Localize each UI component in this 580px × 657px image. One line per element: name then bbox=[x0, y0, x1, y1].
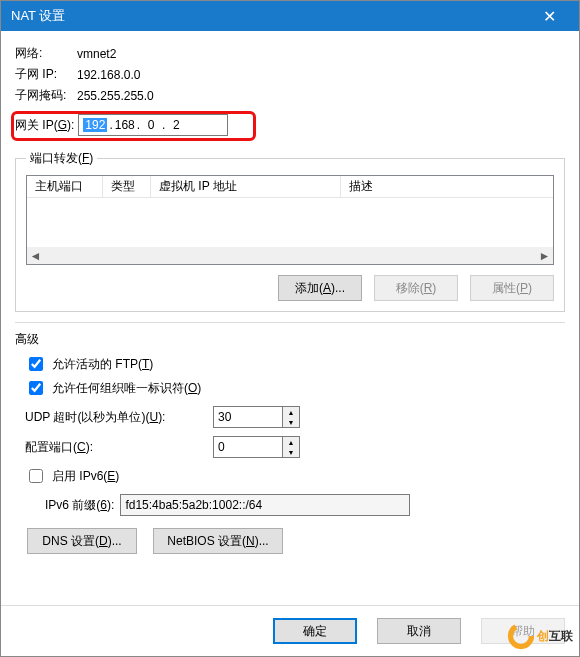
config-port-label: 配置端口(C): bbox=[25, 439, 205, 456]
list-header: 主机端口 类型 虚拟机 IP 地址 描述 bbox=[27, 176, 553, 198]
ipv6-prefix-input bbox=[120, 494, 410, 516]
subnet-mask-row: 子网掩码: 255.255.255.0 bbox=[15, 87, 565, 104]
ipv6-prefix-row: IPv6 前缀(6): bbox=[45, 494, 565, 516]
port-forward-group: 端口转发(F) 主机端口 类型 虚拟机 IP 地址 描述 ◄ ► 添加(A)..… bbox=[15, 150, 565, 312]
gateway-ip-input[interactable]: 192 . 168 . 0 . 2 bbox=[78, 114, 228, 136]
dialog-footer: 确定 取消 帮助 bbox=[1, 605, 579, 656]
org-check[interactable] bbox=[29, 381, 43, 395]
col-type[interactable]: 类型 bbox=[103, 176, 151, 197]
remove-button: 移除(R) bbox=[374, 275, 458, 301]
port-forward-legend: 端口转发(F) bbox=[26, 150, 97, 167]
subnet-mask-label: 子网掩码: bbox=[15, 87, 77, 104]
subnet-ip-row: 子网 IP: 192.168.0.0 bbox=[15, 66, 565, 83]
scroll-left-icon[interactable]: ◄ bbox=[27, 247, 44, 264]
window-title: NAT 设置 bbox=[11, 7, 529, 25]
gateway-row: 网关 IP(G): 192 . 168 . 0 . 2 bbox=[15, 114, 565, 136]
ipv6-check[interactable] bbox=[29, 469, 43, 483]
ipv6-prefix-label: IPv6 前缀(6): bbox=[45, 497, 114, 514]
titlebar: NAT 设置 ✕ bbox=[1, 1, 579, 31]
udp-timeout-input[interactable] bbox=[213, 406, 283, 428]
add-button[interactable]: 添加(A)... bbox=[278, 275, 362, 301]
port-forward-list[interactable]: 主机端口 类型 虚拟机 IP 地址 描述 ◄ ► bbox=[26, 175, 554, 265]
help-button[interactable]: 帮助 bbox=[481, 618, 565, 644]
cancel-button[interactable]: 取消 bbox=[377, 618, 461, 644]
col-host-port[interactable]: 主机端口 bbox=[27, 176, 103, 197]
close-icon[interactable]: ✕ bbox=[529, 7, 569, 26]
advanced-title: 高级 bbox=[15, 331, 565, 348]
network-value: vmnet2 bbox=[77, 47, 116, 61]
udp-timeout-spinner[interactable]: ▲▼ bbox=[213, 406, 300, 428]
horizontal-scrollbar[interactable]: ◄ ► bbox=[27, 247, 553, 264]
network-row: 网络: vmnet2 bbox=[15, 45, 565, 62]
allow-active-ftp-checkbox[interactable]: 允许活动的 FTP(T) bbox=[25, 354, 565, 374]
dns-settings-button[interactable]: DNS 设置(D)... bbox=[27, 528, 137, 554]
nat-settings-window: NAT 设置 ✕ 网络: vmnet2 子网 IP: 192.168.0.0 子… bbox=[0, 0, 580, 657]
ip-octet-2[interactable]: 168 bbox=[115, 118, 135, 132]
udp-timeout-row: UDP 超时(以秒为单位)(U): ▲▼ bbox=[25, 406, 565, 428]
ftp-check[interactable] bbox=[29, 357, 43, 371]
ip-octet-3[interactable]: 0 bbox=[142, 118, 160, 132]
network-label: 网络: bbox=[15, 45, 77, 62]
config-port-spinner[interactable]: ▲▼ bbox=[213, 436, 300, 458]
spin-up-icon[interactable]: ▲ bbox=[283, 437, 299, 447]
udp-timeout-label: UDP 超时(以秒为单位)(U): bbox=[25, 409, 205, 426]
subnet-ip-value: 192.168.0.0 bbox=[77, 68, 140, 82]
subnet-mask-value: 255.255.255.0 bbox=[77, 89, 154, 103]
ip-octet-4[interactable]: 2 bbox=[167, 118, 185, 132]
netbios-settings-button[interactable]: NetBIOS 设置(N)... bbox=[153, 528, 283, 554]
spin-up-icon[interactable]: ▲ bbox=[283, 407, 299, 417]
scroll-right-icon[interactable]: ► bbox=[536, 247, 553, 264]
ip-octet-1[interactable]: 192 bbox=[83, 118, 107, 132]
config-port-row: 配置端口(C): ▲▼ bbox=[25, 436, 565, 458]
col-desc[interactable]: 描述 bbox=[341, 176, 553, 197]
enable-ipv6-checkbox[interactable]: 启用 IPv6(E) bbox=[25, 466, 565, 486]
col-vm-ip[interactable]: 虚拟机 IP 地址 bbox=[151, 176, 341, 197]
ok-button[interactable]: 确定 bbox=[273, 618, 357, 644]
subnet-ip-label: 子网 IP: bbox=[15, 66, 77, 83]
spin-down-icon[interactable]: ▼ bbox=[283, 447, 299, 457]
gateway-label: 网关 IP(G): bbox=[15, 117, 74, 134]
properties-button: 属性(P) bbox=[470, 275, 554, 301]
config-port-input[interactable] bbox=[213, 436, 283, 458]
allow-org-id-checkbox[interactable]: 允许任何组织唯一标识符(O) bbox=[25, 378, 565, 398]
spin-down-icon[interactable]: ▼ bbox=[283, 417, 299, 427]
